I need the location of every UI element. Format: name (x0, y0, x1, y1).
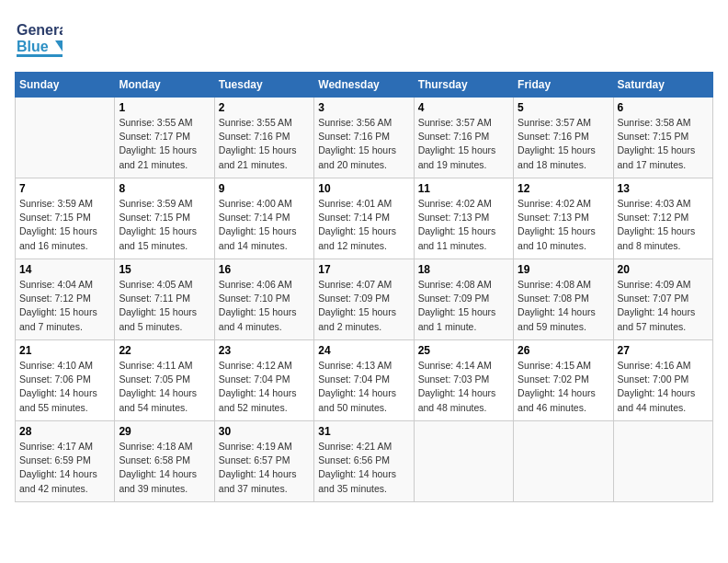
day-number: 21 (19, 344, 110, 357)
calendar-cell: 9Sunrise: 4:00 AM Sunset: 7:14 PM Daylig… (214, 178, 313, 259)
calendar-cell: 4Sunrise: 3:57 AM Sunset: 7:16 PM Daylig… (414, 98, 513, 178)
calendar-cell: 8Sunrise: 3:59 AM Sunset: 7:15 PM Daylig… (115, 178, 214, 259)
calendar-cell: 20Sunrise: 4:09 AM Sunset: 7:07 PM Dayli… (613, 259, 712, 340)
day-info: Sunrise: 3:55 AM Sunset: 7:17 PM Dayligh… (119, 116, 210, 172)
calendar-cell (414, 421, 513, 502)
calendar-cell: 13Sunrise: 4:03 AM Sunset: 7:12 PM Dayli… (613, 178, 712, 259)
calendar-cell: 19Sunrise: 4:08 AM Sunset: 7:08 PM Dayli… (514, 259, 613, 340)
day-info: Sunrise: 3:57 AM Sunset: 7:16 PM Dayligh… (418, 116, 509, 172)
day-info: Sunrise: 4:08 AM Sunset: 7:09 PM Dayligh… (418, 278, 509, 334)
weekday-header-saturday: Saturday (613, 73, 712, 98)
day-info: Sunrise: 4:09 AM Sunset: 7:07 PM Dayligh… (618, 278, 709, 334)
calendar-cell: 21Sunrise: 4:10 AM Sunset: 7:06 PM Dayli… (16, 340, 115, 421)
day-info: Sunrise: 4:12 AM Sunset: 7:04 PM Dayligh… (219, 359, 310, 415)
calendar-cell: 18Sunrise: 4:08 AM Sunset: 7:09 PM Dayli… (414, 259, 513, 340)
calendar-cell: 26Sunrise: 4:15 AM Sunset: 7:02 PM Dayli… (514, 340, 613, 421)
calendar-cell: 10Sunrise: 4:01 AM Sunset: 7:14 PM Dayli… (314, 178, 414, 259)
calendar-week-row: 7Sunrise: 3:59 AM Sunset: 7:15 PM Daylig… (16, 178, 713, 259)
calendar-cell: 16Sunrise: 4:06 AM Sunset: 7:10 PM Dayli… (214, 259, 313, 340)
calendar-cell: 3Sunrise: 3:56 AM Sunset: 7:16 PM Daylig… (314, 98, 414, 178)
calendar-cell: 27Sunrise: 4:16 AM Sunset: 7:00 PM Dayli… (613, 340, 712, 421)
calendar-cell: 2Sunrise: 3:55 AM Sunset: 7:16 PM Daylig… (214, 98, 313, 178)
day-number: 2 (219, 101, 310, 114)
calendar-cell: 15Sunrise: 4:05 AM Sunset: 7:11 PM Dayli… (115, 259, 214, 340)
page-header: General Blue (15, 15, 713, 63)
day-info: Sunrise: 4:07 AM Sunset: 7:09 PM Dayligh… (318, 278, 409, 334)
weekday-header-row: SundayMondayTuesdayWednesdayThursdayFrid… (16, 73, 713, 98)
calendar-cell (613, 421, 712, 502)
day-info: Sunrise: 4:13 AM Sunset: 7:04 PM Dayligh… (318, 359, 409, 415)
day-number: 3 (318, 101, 409, 114)
day-number: 16 (219, 263, 310, 276)
day-number: 10 (318, 182, 409, 195)
calendar-week-row: 28Sunrise: 4:17 AM Sunset: 6:59 PM Dayli… (16, 421, 713, 502)
day-number: 31 (318, 425, 409, 438)
day-info: Sunrise: 4:16 AM Sunset: 7:00 PM Dayligh… (618, 359, 709, 415)
calendar-cell: 24Sunrise: 4:13 AM Sunset: 7:04 PM Dayli… (314, 340, 414, 421)
day-number: 11 (418, 182, 509, 195)
day-info: Sunrise: 4:02 AM Sunset: 7:13 PM Dayligh… (418, 197, 509, 253)
calendar-cell: 31Sunrise: 4:21 AM Sunset: 6:56 PM Dayli… (314, 421, 414, 502)
day-number: 18 (418, 263, 509, 276)
calendar-cell: 17Sunrise: 4:07 AM Sunset: 7:09 PM Dayli… (314, 259, 414, 340)
day-info: Sunrise: 3:57 AM Sunset: 7:16 PM Dayligh… (518, 116, 609, 172)
day-info: Sunrise: 4:01 AM Sunset: 7:14 PM Dayligh… (318, 197, 409, 253)
calendar-cell: 30Sunrise: 4:19 AM Sunset: 6:57 PM Dayli… (214, 421, 313, 502)
day-number: 12 (518, 182, 609, 195)
weekday-header-monday: Monday (115, 73, 214, 98)
day-info: Sunrise: 3:59 AM Sunset: 7:15 PM Dayligh… (119, 197, 210, 253)
day-number: 23 (219, 344, 310, 357)
day-info: Sunrise: 4:17 AM Sunset: 6:59 PM Dayligh… (19, 440, 110, 496)
day-number: 17 (318, 263, 409, 276)
day-number: 27 (618, 344, 709, 357)
calendar-cell: 11Sunrise: 4:02 AM Sunset: 7:13 PM Dayli… (414, 178, 513, 259)
calendar-table: SundayMondayTuesdayWednesdayThursdayFrid… (15, 72, 713, 502)
calendar-cell: 7Sunrise: 3:59 AM Sunset: 7:15 PM Daylig… (16, 178, 115, 259)
svg-marker-2 (55, 40, 63, 52)
day-number: 1 (119, 101, 210, 114)
day-number: 22 (119, 344, 210, 357)
day-info: Sunrise: 4:02 AM Sunset: 7:13 PM Dayligh… (518, 197, 609, 253)
calendar-cell: 12Sunrise: 4:02 AM Sunset: 7:13 PM Dayli… (514, 178, 613, 259)
day-number: 14 (19, 263, 110, 276)
day-info: Sunrise: 3:59 AM Sunset: 7:15 PM Dayligh… (19, 197, 110, 253)
calendar-week-row: 21Sunrise: 4:10 AM Sunset: 7:06 PM Dayli… (16, 340, 713, 421)
day-info: Sunrise: 3:55 AM Sunset: 7:16 PM Dayligh… (219, 116, 310, 172)
logo: General Blue (15, 15, 63, 63)
calendar-cell (16, 98, 115, 178)
day-info: Sunrise: 4:11 AM Sunset: 7:05 PM Dayligh… (119, 359, 210, 415)
day-number: 26 (518, 344, 609, 357)
day-number: 6 (618, 101, 709, 114)
weekday-header-sunday: Sunday (16, 73, 115, 98)
calendar-cell: 28Sunrise: 4:17 AM Sunset: 6:59 PM Dayli… (16, 421, 115, 502)
day-number: 28 (19, 425, 110, 438)
day-number: 8 (119, 182, 210, 195)
calendar-cell: 14Sunrise: 4:04 AM Sunset: 7:12 PM Dayli… (16, 259, 115, 340)
day-number: 4 (418, 101, 509, 114)
day-number: 20 (618, 263, 709, 276)
day-info: Sunrise: 4:08 AM Sunset: 7:08 PM Dayligh… (518, 278, 609, 334)
weekday-header-wednesday: Wednesday (314, 73, 414, 98)
day-number: 30 (219, 425, 310, 438)
day-number: 7 (19, 182, 110, 195)
day-number: 15 (119, 263, 210, 276)
svg-text:General: General (17, 22, 63, 38)
day-number: 9 (219, 182, 310, 195)
day-info: Sunrise: 4:18 AM Sunset: 6:58 PM Dayligh… (119, 440, 210, 496)
calendar-week-row: 14Sunrise: 4:04 AM Sunset: 7:12 PM Dayli… (16, 259, 713, 340)
day-info: Sunrise: 4:00 AM Sunset: 7:14 PM Dayligh… (219, 197, 310, 253)
day-number: 19 (518, 263, 609, 276)
calendar-cell: 6Sunrise: 3:58 AM Sunset: 7:15 PM Daylig… (613, 98, 712, 178)
day-number: 25 (418, 344, 509, 357)
calendar-cell: 25Sunrise: 4:14 AM Sunset: 7:03 PM Dayli… (414, 340, 513, 421)
weekday-header-thursday: Thursday (414, 73, 513, 98)
day-info: Sunrise: 4:15 AM Sunset: 7:02 PM Dayligh… (518, 359, 609, 415)
calendar-cell: 1Sunrise: 3:55 AM Sunset: 7:17 PM Daylig… (115, 98, 214, 178)
day-info: Sunrise: 4:05 AM Sunset: 7:11 PM Dayligh… (119, 278, 210, 334)
weekday-header-tuesday: Tuesday (214, 73, 313, 98)
calendar-cell: 5Sunrise: 3:57 AM Sunset: 7:16 PM Daylig… (514, 98, 613, 178)
day-info: Sunrise: 3:56 AM Sunset: 7:16 PM Dayligh… (318, 116, 409, 172)
day-info: Sunrise: 4:19 AM Sunset: 6:57 PM Dayligh… (219, 440, 310, 496)
day-info: Sunrise: 4:03 AM Sunset: 7:12 PM Dayligh… (618, 197, 709, 253)
day-number: 5 (518, 101, 609, 114)
